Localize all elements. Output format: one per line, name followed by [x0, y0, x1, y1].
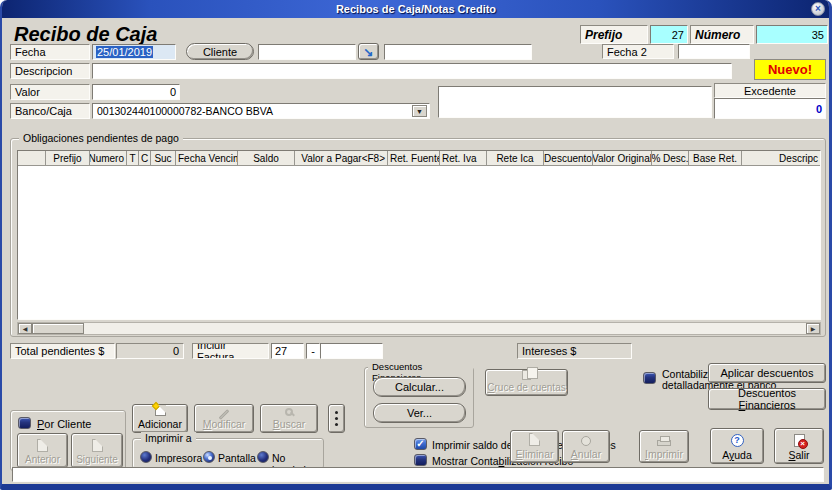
- col-row-selector: [18, 151, 46, 166]
- bank-detail-panel: [438, 86, 712, 118]
- descripcion-label: Descripcion: [10, 63, 90, 79]
- descuentos-financieros-button[interactable]: Descuentos Financieros: [708, 388, 826, 410]
- numero-value-field[interactable]: 35: [756, 25, 828, 44]
- excedente-value: 0: [816, 103, 822, 115]
- obligations-group: Obligaciones pendientes de pago Prefijo …: [10, 138, 826, 337]
- descuentos-financieros-group: Descuentos Financieros Calcular... Ver..…: [364, 367, 474, 428]
- col-ret-fuente: Ret. Fuente: [388, 151, 440, 166]
- total-pendientes-label: Total pendientes $: [10, 343, 115, 359]
- incluir-factura-separator: -: [306, 343, 320, 359]
- col-saldo: Saldo: [238, 151, 295, 166]
- cruce-de-cuentas-button[interactable]: Cruce de cuentas: [485, 369, 568, 396]
- radio-pantalla[interactable]: [203, 451, 215, 463]
- imprimir-a-group: Imprimir a Impresora Pantalla No imprimi…: [132, 438, 324, 469]
- excedente-label: Excedente: [714, 83, 826, 98]
- mostrar-contabilizacion-checkbox[interactable]: [414, 454, 427, 466]
- obligations-group-title: Obligaciones pendientes de pago: [19, 132, 183, 144]
- anular-icon: [581, 436, 591, 446]
- salir-button[interactable]: × Salir: [774, 428, 824, 464]
- banco-value: 001302440100000782-BANCO BBVA: [97, 105, 273, 117]
- anterior-button[interactable]: Anterior: [17, 433, 68, 468]
- numero-label: Número: [690, 25, 754, 44]
- col-c: C: [139, 151, 151, 166]
- aplicar-descuentos-button[interactable]: Aplicar descuentos: [708, 363, 826, 383]
- radio-impresora[interactable]: [140, 451, 152, 463]
- excedente-value-field: 0: [714, 98, 826, 119]
- buscar-lens-icon: [285, 408, 293, 416]
- window-content: Recibo de Caja Prefijo 27 Número 35 Fech…: [2, 18, 829, 484]
- fecha2-label: Fecha 2: [602, 44, 674, 59]
- col-suc: Suc: [151, 151, 176, 166]
- ver-button[interactable]: Ver...: [373, 403, 466, 423]
- scroll-thumb[interactable]: [32, 323, 84, 334]
- cliente-name-field: [384, 44, 532, 60]
- fecha-value: 25/01/2019: [96, 46, 153, 58]
- app-window: Recibos de Caja/Notas Credito × Recibo d…: [0, 0, 832, 490]
- eliminar-button[interactable]: Eliminar: [510, 430, 559, 463]
- fecha-input[interactable]: 25/01/2019: [92, 44, 176, 60]
- ayuda-button[interactable]: ? Ayuda: [710, 428, 764, 464]
- por-cliente-group: Por Cliente Anterior Siguiente: [10, 410, 126, 471]
- banco-label: Banco/Caja: [10, 103, 90, 119]
- siguiente-page-icon: [92, 439, 103, 452]
- more-options-button[interactable]: [328, 404, 345, 433]
- close-icon: ×: [815, 4, 821, 14]
- vertical-dots-icon: [335, 411, 338, 414]
- valor-input[interactable]: 0: [92, 84, 180, 100]
- intereses-label: Intereses $: [517, 343, 632, 359]
- incluir-factura-label: Incluir Factura: [192, 343, 269, 359]
- lookup-arrow-icon: ↘: [363, 46, 373, 58]
- col-fecha-vencim: Fecha Vencim.: [176, 151, 238, 166]
- imprimir-printer-icon: [657, 440, 671, 446]
- total-pendientes-value: 0: [116, 343, 184, 359]
- col-descuento: Descuento: [544, 151, 593, 166]
- eliminar-icon: [529, 433, 540, 446]
- radio-no-imprimir[interactable]: [257, 451, 269, 463]
- calcular-button[interactable]: Calcular...: [373, 377, 466, 397]
- combo-arrow-icon[interactable]: ▼: [412, 105, 427, 117]
- prefijo-value-field[interactable]: 27: [650, 25, 688, 44]
- obligations-body: [18, 166, 820, 319]
- page-title: Recibo de Caja: [14, 23, 157, 46]
- nuevo-button[interactable]: Nuevo!: [754, 59, 826, 80]
- col-t: T: [127, 151, 139, 166]
- salir-x-icon: ×: [798, 439, 808, 449]
- col-numero: Numero: [90, 151, 127, 166]
- col-descripcion: Descripc: [742, 151, 820, 166]
- buscar-button[interactable]: Buscar: [260, 404, 318, 433]
- cliente-code-input[interactable]: [258, 44, 356, 60]
- incluir-factura-numero-input[interactable]: [320, 343, 383, 359]
- obligations-h-scrollbar[interactable]: ◀ ▶: [17, 322, 821, 335]
- contabilizar-checkbox[interactable]: [643, 372, 656, 384]
- col-base-ret: Base Ret.: [689, 151, 742, 166]
- modificar-button[interactable]: Modificar: [194, 404, 254, 433]
- scroll-right-icon[interactable]: ▶: [806, 323, 820, 334]
- banco-combobox[interactable]: 001302440100000782-BANCO BBVA ▼: [92, 103, 430, 119]
- col-pct-desc: % Desc.: [652, 151, 689, 166]
- obligations-table: Prefijo Numero T C Suc Fecha Vencim. Sal…: [17, 150, 821, 320]
- siguiente-button[interactable]: Siguiente: [71, 433, 123, 468]
- scroll-left-icon[interactable]: ◀: [18, 323, 32, 334]
- ayuda-help-icon: ?: [731, 434, 744, 447]
- por-cliente-checkbox[interactable]: [18, 417, 31, 429]
- imprimir-button[interactable]: Imprimir: [639, 430, 689, 463]
- check-icon: ✓: [416, 439, 424, 449]
- valor-label: Valor: [10, 84, 90, 100]
- imprimir-saldo-checkbox[interactable]: ✓: [414, 438, 427, 450]
- cliente-lookup-button[interactable]: ↘: [358, 43, 379, 60]
- incluir-factura-prefijo-input[interactable]: 27: [271, 343, 304, 359]
- anular-button[interactable]: Anular: [562, 430, 610, 463]
- fecha2-input[interactable]: [678, 44, 750, 59]
- adicionar-icon: [155, 405, 166, 416]
- por-cliente-label: Por Cliente: [37, 418, 91, 430]
- col-rete-ica: Rete Ica: [487, 151, 544, 166]
- close-button[interactable]: ×: [811, 2, 825, 16]
- adicionar-button[interactable]: Adicionar: [132, 404, 188, 433]
- window-title: Recibos de Caja/Notas Credito: [336, 3, 496, 15]
- cruce-de-cuentas-icon: [522, 370, 531, 380]
- fecha-label: Fecha: [10, 44, 90, 60]
- obligations-header-row: Prefijo Numero T C Suc Fecha Vencim. Sal…: [18, 151, 820, 166]
- descripcion-input[interactable]: [92, 63, 732, 79]
- status-bar: [12, 467, 824, 482]
- cliente-button[interactable]: Cliente: [186, 43, 254, 60]
